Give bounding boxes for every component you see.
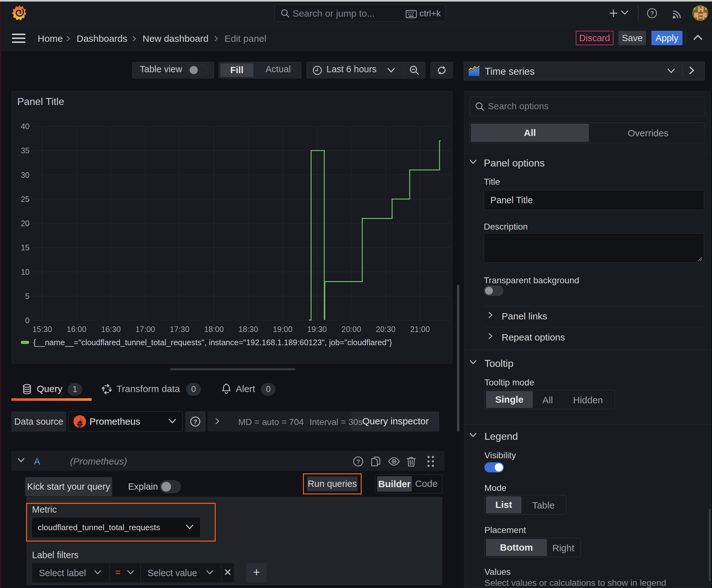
svg-text:18:00: 18:00 [204,325,224,334]
svg-text:?: ? [356,458,360,465]
svg-text:17:30: 17:30 [170,325,190,334]
svg-text:19:30: 19:30 [307,325,327,334]
svg-text:?: ? [650,10,654,17]
svg-text:20:00: 20:00 [342,325,361,334]
svg-text:20: 20 [21,219,29,228]
svg-text:19:00: 19:00 [273,325,293,334]
svg-text:25: 25 [21,195,29,204]
svg-text:35: 35 [21,146,29,155]
svg-text:18:30: 18:30 [239,325,258,334]
svg-text:20:30: 20:30 [376,325,395,334]
svg-text:21:00: 21:00 [410,325,430,334]
svg-text:40: 40 [21,122,29,131]
svg-text:17:00: 17:00 [135,325,155,334]
svg-text:10: 10 [21,268,29,276]
svg-text:16:00: 16:00 [67,325,87,334]
svg-text:5: 5 [25,292,29,300]
svg-text:30: 30 [21,171,29,180]
svg-text:0: 0 [25,316,29,325]
svg-text:16:30: 16:30 [101,325,121,334]
svg-text:15: 15 [21,243,29,252]
svg-text:{__name__="cloudflared_tunnel_: {__name__="cloudflared_tunnel_total_requ… [33,338,392,347]
svg-text:15:30: 15:30 [33,325,52,334]
svg-text:?: ? [193,418,197,425]
